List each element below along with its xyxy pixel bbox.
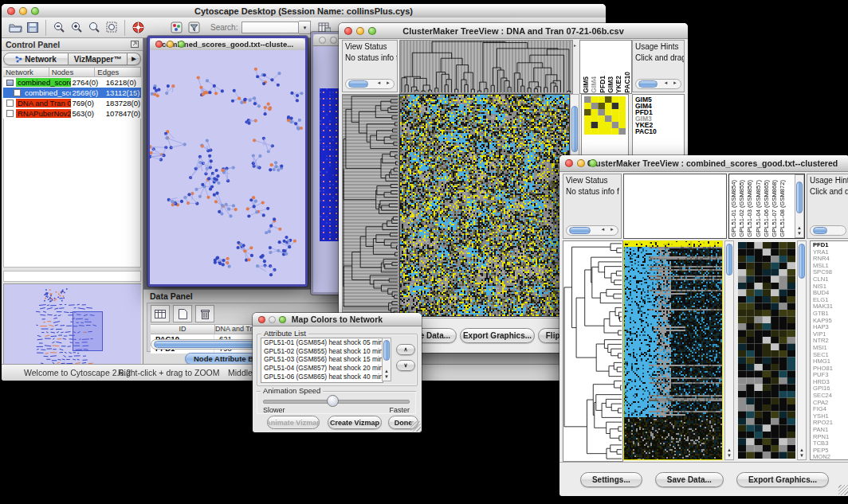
vscroll-thumb[interactable] <box>383 340 390 361</box>
hscroll-arrows[interactable]: ◄ ► <box>663 80 679 85</box>
birds-eye-canvas[interactable] <box>4 284 141 367</box>
attribute-list-item[interactable]: GPL51-04 (GSM857) heat shock 20 min <box>261 364 383 373</box>
network-list-row[interactable]: combined_scores 2764(0) 16218(0) <box>3 77 141 88</box>
row-dendrogram-canvas[interactable] <box>563 240 623 462</box>
move-down-button[interactable]: ∨ <box>396 360 415 371</box>
tab-network[interactable]: Network <box>3 53 69 65</box>
treeview-button[interactable]: Export Graphics... <box>460 328 535 343</box>
column-dendrogram-canvas[interactable] <box>399 40 573 94</box>
network-list-row[interactable]: DNA and Tran 07 769(0) 183728(0) <box>3 98 141 108</box>
column-label[interactable]: GPL51-03 (GSM856) <box>746 180 754 237</box>
zoom-window-button[interactable] <box>31 7 39 15</box>
new-attribute-icon[interactable] <box>173 305 192 322</box>
column-label[interactable]: GPL51-06 (GSM865) <box>763 180 771 237</box>
column-tree-area[interactable] <box>623 174 727 239</box>
zoom-fit-icon[interactable] <box>103 20 120 36</box>
main-titlebar[interactable]: Cytoscape Desktop (Session Name: collins… <box>2 4 606 18</box>
hscroll-arrows[interactable]: ◄ ► <box>376 80 392 85</box>
help-lifesaver-icon[interactable] <box>129 20 147 36</box>
zoom-window-button[interactable] <box>589 159 597 167</box>
birds-eye-view[interactable] <box>3 283 141 368</box>
usage-hints-hscrollbar[interactable] <box>810 225 846 236</box>
resize-grip[interactable] <box>410 421 421 432</box>
close-button[interactable] <box>344 27 352 35</box>
minimize-button[interactable] <box>167 41 174 48</box>
column-labels-vscrollbar[interactable]: ▲▼ <box>795 174 804 238</box>
column-label[interactable]: GIM5 <box>582 76 590 93</box>
minimize-button[interactable] <box>356 27 364 35</box>
network-canvas[interactable] <box>150 50 305 284</box>
filter-icon[interactable] <box>185 20 202 36</box>
vizmap-icon[interactable] <box>167 20 185 36</box>
network-view-window[interactable]: combined_scores_good.txt--cluste... <box>147 36 308 287</box>
close-button[interactable] <box>565 159 573 167</box>
hscroll-thumb[interactable] <box>569 227 591 234</box>
gene-label[interactable]: MON2 <box>813 454 848 460</box>
vscroll-thumb[interactable] <box>796 182 803 213</box>
delete-attribute-icon[interactable] <box>195 305 214 322</box>
vscroll-arrows[interactable]: ▲▼ <box>798 447 806 459</box>
attribute-list-item[interactable]: GPL51-02 (GSM855) heat shock 10 min <box>261 347 383 356</box>
zoom-out-icon[interactable] <box>50 20 68 36</box>
save-icon[interactable] <box>24 20 41 36</box>
attribute-list-item[interactable]: GPL51-01 (GSM854) heat shock 05 min <box>261 338 383 347</box>
panel-splitter[interactable] <box>3 271 141 282</box>
hscroll-thumb[interactable] <box>348 80 368 88</box>
treeview-button[interactable]: Save Data... <box>655 472 724 487</box>
column-label[interactable]: PAC10 <box>623 72 631 93</box>
column-label[interactable]: GPL51-07 (GSM868) <box>771 180 779 237</box>
minimize-button[interactable] <box>330 37 337 44</box>
open-file-icon[interactable] <box>6 20 24 36</box>
vscroll-thumb[interactable] <box>726 244 732 275</box>
speed-slider-thumb[interactable] <box>327 395 339 407</box>
column-label[interactable]: GIM3 <box>607 76 614 93</box>
attribute-list-item[interactable]: GPL51-06 (GSM865) heat shock 40 min <box>261 373 383 381</box>
float-panel-icon[interactable] <box>131 41 139 48</box>
attribute-list-vscrollbar[interactable]: ▲▼ <box>382 338 391 381</box>
zoom-heatmap-canvas[interactable] <box>738 242 795 459</box>
tab-more-arrow[interactable]: ▶ <box>128 53 141 65</box>
vscroll-arrows[interactable]: ▲▼ <box>383 369 391 380</box>
heatmap-canvas[interactable] <box>399 94 570 317</box>
column-label[interactable]: GIM4 <box>590 76 598 93</box>
close-button[interactable] <box>258 316 265 323</box>
zoom-vscrollbar[interactable]: ▲▼ <box>797 240 807 460</box>
minimize-button[interactable] <box>269 316 276 323</box>
hscroll-thumb[interactable] <box>638 80 658 88</box>
zoom-window-button[interactable] <box>178 41 185 48</box>
heatmap-canvas[interactable] <box>623 240 723 460</box>
resize-grip[interactable] <box>838 485 848 495</box>
close-button[interactable] <box>319 37 326 44</box>
usage-hints-hscrollbar[interactable]: ◄ ► <box>635 79 681 89</box>
search-input[interactable] <box>241 21 299 33</box>
view-status-hscrollbar[interactable]: ◄ ► <box>566 225 618 236</box>
column-label[interactable]: YKE2 <box>614 76 622 93</box>
attribute-list-item[interactable]: GPL51-07 (GSM868) heat shock 60 min <box>261 381 383 383</box>
tree-expand-arrow-icon[interactable]: ▸ <box>574 42 576 48</box>
view-status-hscrollbar[interactable]: ◄ ► <box>345 79 395 89</box>
vscroll-arrows[interactable]: ▲▼ <box>725 447 733 459</box>
zoom-window-button[interactable] <box>368 27 376 35</box>
close-button[interactable] <box>155 41 163 48</box>
zoom-window-button[interactable] <box>279 316 286 323</box>
close-button[interactable] <box>7 7 15 15</box>
create-vizmap-button[interactable]: Create Vizmap <box>328 416 382 429</box>
column-label[interactable]: GPL51-08 (GSM872) <box>779 180 787 237</box>
attribute-select-icon[interactable] <box>151 305 170 322</box>
tab-vizmapper[interactable]: VizMapper™ <box>69 53 128 65</box>
column-label[interactable]: GPL51-02 (GSM855) <box>738 180 746 237</box>
search-dropdown-arrow[interactable]: ▼ <box>299 21 311 34</box>
row-dendrogram-canvas[interactable] <box>342 94 399 317</box>
treeview-button[interactable]: Export Graphics... <box>736 472 829 487</box>
hscroll-thumb[interactable] <box>813 227 827 234</box>
column-label[interactable]: PFD1 <box>599 76 607 93</box>
attribute-list-item[interactable]: GPL51-03 (GSM856) heat shock 15 min <box>261 355 383 364</box>
column-label[interactable]: GPL51-04 (GSM857) <box>755 180 763 237</box>
treeview-button[interactable]: Settings... <box>580 472 642 487</box>
vscroll-thumb[interactable] <box>571 106 578 152</box>
animate-vizmap-button[interactable]: Animate Vizmap <box>267 416 320 429</box>
network-list-row[interactable]: combined_sco 2569(6) 13112(15) <box>3 88 141 98</box>
move-up-button[interactable]: ∧ <box>396 344 415 355</box>
minimize-button[interactable] <box>577 159 585 167</box>
network-table-header[interactable]: NetworkNodesEdges <box>3 67 141 77</box>
